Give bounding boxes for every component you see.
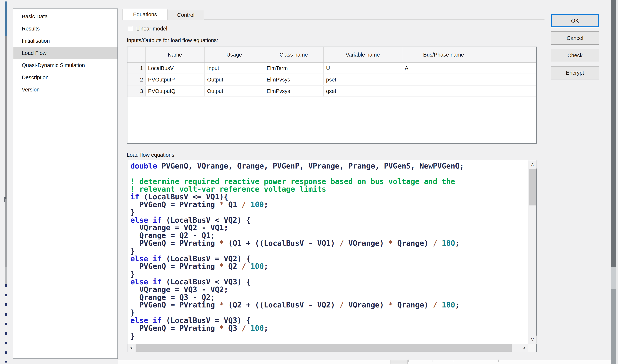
encrypt-button[interactable]: Encrypt bbox=[551, 66, 599, 79]
horizontal-scrollbar-thumb[interactable] bbox=[136, 344, 512, 352]
bottom-cutoff-tick bbox=[408, 360, 409, 362]
scrollbar-corner bbox=[528, 344, 536, 352]
code-token-p: (Q1 + ((LocalBusV - VQ1) bbox=[224, 239, 339, 247]
vertical-scrollbar-thumb[interactable] bbox=[529, 169, 536, 206]
code-token-p: ; bbox=[264, 324, 268, 332]
horizontal-scrollbar[interactable]: < > bbox=[128, 344, 528, 352]
table-cell[interactable]: A bbox=[402, 63, 485, 74]
code-token-p: Qrange) bbox=[393, 301, 433, 309]
left-edge-remnant-gray bbox=[5, 36, 7, 199]
code-token-o: / bbox=[433, 239, 437, 247]
table-row: 2PVOutputPOutputElmPvsyspset bbox=[128, 74, 536, 85]
code-line: double PVGenQ, VQrange, Qrange, PVGenP, … bbox=[130, 162, 464, 170]
bottom-cutoff-box bbox=[390, 360, 408, 364]
code-line: Qrange = Q3 - Q2; bbox=[130, 294, 464, 301]
equations-label: Load flow equations bbox=[127, 152, 174, 158]
cancel-button[interactable]: Cancel bbox=[551, 31, 599, 45]
sidebar-item-quasi-dynamic-simulation[interactable]: Quasi-Dynamic Simulation bbox=[13, 59, 117, 71]
chevron-left-icon: < bbox=[130, 345, 133, 351]
tab-control[interactable]: Control bbox=[167, 10, 204, 20]
code-token-o: / bbox=[339, 301, 344, 309]
table-cell[interactable]: ElmPvsys bbox=[264, 85, 323, 97]
right-edge-remnant-light bbox=[616, 0, 618, 364]
code-token-p: ; bbox=[264, 200, 268, 209]
table-cell[interactable]: qset bbox=[323, 85, 402, 97]
left-edge-remnant-light bbox=[5, 267, 7, 284]
table-cell[interactable] bbox=[485, 85, 536, 97]
linear-model-checkbox[interactable] bbox=[128, 26, 133, 31]
sidebar-nav: Basic DataResultsInitialisationLoad Flow… bbox=[13, 9, 118, 359]
sidebar-item-description[interactable]: Description bbox=[13, 71, 117, 83]
code-line: PVGenQ = PVrating * Q1 / 100; bbox=[130, 201, 464, 208]
left-edge-remnant-blue bbox=[5, 1, 7, 36]
scroll-right-button[interactable]: > bbox=[520, 344, 528, 352]
table-cell[interactable]: pset bbox=[323, 74, 402, 85]
table-cell[interactable]: Input bbox=[205, 63, 264, 74]
code-token-p: } bbox=[130, 332, 135, 340]
scroll-down-button[interactable]: ∨ bbox=[528, 336, 537, 344]
code-token-p: ; bbox=[264, 262, 268, 271]
table-cell[interactable]: Output bbox=[205, 85, 264, 97]
table-cell[interactable] bbox=[485, 63, 536, 74]
bottom-cutoff-tick bbox=[433, 360, 433, 362]
equations-code-text[interactable]: double PVGenQ, VQrange, Qrange, PVGenP, … bbox=[130, 162, 464, 340]
sidebar-item-results[interactable]: Results bbox=[13, 23, 117, 35]
code-token-o: * bbox=[219, 262, 224, 271]
scroll-up-button[interactable]: ∧ bbox=[528, 160, 537, 169]
code-line bbox=[130, 170, 464, 178]
code-token-p: (LocalBusV <= VQ1){ bbox=[139, 193, 228, 201]
code-token-p: PVGenQ = PVrating bbox=[130, 301, 219, 309]
code-line: VQrange = VQ2 - VQ1; bbox=[130, 224, 464, 232]
tab-equations[interactable]: Equations bbox=[122, 9, 167, 20]
code-token-p: Qrange) bbox=[393, 239, 433, 247]
chevron-right-icon: > bbox=[523, 345, 526, 351]
row-number-cell[interactable]: 3 bbox=[128, 85, 145, 97]
code-token-p: } bbox=[130, 308, 135, 317]
code-token-o: / bbox=[242, 200, 246, 209]
left-edge-dashed-marks bbox=[5, 284, 7, 363]
chevron-down-icon: ∨ bbox=[531, 337, 534, 343]
code-token-p: Q1 bbox=[224, 200, 242, 209]
sidebar-item-load-flow[interactable]: Load Flow bbox=[13, 47, 117, 59]
code-token-o: * bbox=[219, 200, 224, 209]
sidebar-item-initialisation[interactable]: Initialisation bbox=[13, 35, 117, 47]
code-token-p: PVGenQ, VQrange, Qrange, PVGenP, VPrange… bbox=[157, 162, 464, 170]
vertical-scrollbar[interactable]: ∧ ∨ bbox=[528, 160, 536, 344]
code-token-p: Qrange = Q3 - Q2; bbox=[130, 293, 215, 301]
code-token-o: * bbox=[219, 301, 224, 309]
code-line: } bbox=[130, 270, 464, 278]
right-edge-remnant-thumb bbox=[611, 267, 616, 289]
equations-editor[interactable]: double PVGenQ, VQrange, Qrange, PVGenP, … bbox=[127, 160, 537, 352]
code-token-p: } bbox=[130, 270, 135, 278]
encrypt-button-label: Encrypt bbox=[566, 70, 584, 76]
table-cell[interactable]: ElmTerm bbox=[264, 63, 323, 74]
table-cell[interactable]: PVOutputP bbox=[145, 74, 205, 85]
code-token-o: * bbox=[388, 239, 393, 247]
table-cell[interactable] bbox=[402, 74, 485, 85]
chevron-up-icon: ∧ bbox=[531, 161, 534, 167]
table-cell[interactable]: U bbox=[323, 63, 402, 74]
table-cell[interactable]: PVOutputQ bbox=[145, 85, 205, 97]
table-cell[interactable] bbox=[485, 74, 536, 85]
table-cell[interactable]: Output bbox=[205, 74, 264, 85]
code-token-n: 100 bbox=[250, 200, 264, 209]
ok-button[interactable]: OK bbox=[551, 14, 599, 27]
check-button-label: Check bbox=[567, 52, 582, 59]
dialog-window: Basic DataResultsInitialisationLoad Flow… bbox=[0, 0, 618, 364]
tab-control-label: Control bbox=[177, 12, 194, 18]
row-number-cell[interactable]: 2 bbox=[128, 74, 145, 85]
row-number-cell[interactable]: 1 bbox=[128, 63, 145, 74]
table-cell[interactable] bbox=[402, 85, 485, 97]
table-cell[interactable]: ElmPvsys bbox=[264, 74, 323, 85]
sidebar-item-version[interactable]: Version bbox=[13, 83, 117, 96]
right-edge-remnant-dark bbox=[611, 0, 616, 267]
table-cell[interactable]: LocalBusV bbox=[145, 63, 205, 74]
code-token-n: 100 bbox=[250, 262, 264, 271]
scroll-left-button[interactable]: < bbox=[128, 344, 136, 352]
code-line: PVGenQ = PVrating * (Q1 + ((LocalBusV - … bbox=[130, 239, 464, 247]
check-button[interactable]: Check bbox=[551, 49, 599, 62]
code-token-p: VQrange = VQ3 - VQ2; bbox=[130, 285, 228, 294]
code-token-p: (Q2 + ((LocalBusV - VQ2) bbox=[224, 301, 339, 309]
column-header-bus-phase-name: Bus/Phase name bbox=[402, 47, 485, 63]
sidebar-item-basic-data[interactable]: Basic Data bbox=[13, 10, 117, 23]
